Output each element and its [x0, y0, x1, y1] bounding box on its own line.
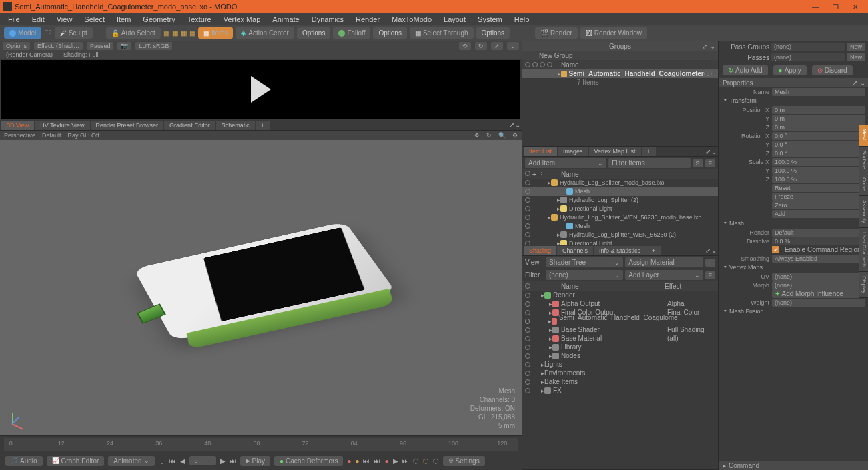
add-tab-icon[interactable]: +	[757, 79, 761, 87]
maximize-button[interactable]: ❐	[825, 0, 845, 13]
falloff-button[interactable]: Falloff	[333, 27, 370, 39]
vtab-user-channels[interactable]: User Channels	[859, 228, 868, 272]
vp-icon[interactable]: ✥	[474, 132, 480, 139]
mode-icon-4[interactable]: ▦	[189, 29, 195, 37]
vtab-display[interactable]: Display	[859, 272, 868, 298]
cmd-arrow[interactable]: ▸	[723, 462, 726, 469]
item-row[interactable]: ▸ Hydraulic_Log_Splitter_modo_base.lxo	[522, 179, 718, 187]
add-button[interactable]: Add	[772, 210, 865, 218]
transform-section[interactable]: Transform	[719, 96, 868, 105]
tab-info---statistics[interactable]: Info & Statistics	[594, 246, 646, 255]
shader-row[interactable]: ▸ Render	[522, 291, 718, 299]
scl-z-field[interactable]: 100.0 %	[772, 175, 865, 183]
close-button[interactable]: ✕	[845, 0, 865, 13]
rec-icon[interactable]: ●	[347, 457, 351, 465]
menu-geometry[interactable]: Geometry	[137, 14, 180, 25]
tc-icon[interactable]: ⏭	[402, 457, 409, 465]
sculpt-button[interactable]: 🖌 Sculpt	[55, 27, 93, 39]
tab-schematic[interactable]: Schematic	[216, 121, 255, 130]
shadertree-dropdown[interactable]: Shader Tree⌄	[546, 257, 623, 267]
passes-dropdown[interactable]: (none)	[771, 53, 845, 61]
items-button[interactable]: ▦ Items	[198, 27, 233, 39]
rp-icon[interactable]: ⤢	[491, 42, 503, 50]
tc-icon[interactable]: ⬡	[433, 457, 439, 465]
shader-row[interactable]: ▸ Base Material(all)	[522, 334, 718, 343]
axis-gizmo[interactable]	[7, 409, 27, 429]
vtab-assembly[interactable]: Assembly	[859, 196, 868, 228]
f-button[interactable]: F	[705, 271, 716, 279]
options-button-3[interactable]: Options	[476, 27, 510, 39]
mode-icon-2[interactable]: ▦	[172, 29, 178, 37]
vp-icon[interactable]: 🔍	[498, 132, 506, 139]
tab-vertex-map-list[interactable]: Vertex Map List	[589, 147, 641, 156]
add-layer-dropdown[interactable]: Add Layer⌄	[625, 270, 703, 280]
freeze-button[interactable]: Freeze	[772, 193, 865, 201]
panel-icon[interactable]: ⤢	[705, 148, 711, 155]
vtab-mesh[interactable]: Mesh	[859, 125, 868, 147]
morph-dropdown[interactable]: (none)	[772, 281, 865, 289]
shader-row[interactable]: ▸ Bake Items	[522, 377, 718, 386]
menu-layout[interactable]: Layout	[438, 14, 471, 25]
render-shading[interactable]: Shading: Full	[60, 51, 102, 59]
menu-vertex-map[interactable]: Vertex Map	[218, 14, 266, 25]
group-item[interactable]: ▸ Semi_Automatic_Handheld_Coagulometer (…	[522, 69, 718, 78]
shader-row[interactable]: ▸ Alpha OutputAlpha	[522, 299, 718, 308]
menu-dynamics[interactable]: Dynamics	[306, 14, 349, 25]
cache-deformers-button[interactable]: ● Cache Deformers	[274, 456, 343, 466]
shader-row[interactable]: ▸ Lights	[522, 360, 718, 369]
mfusion-section[interactable]: Mesh Fusion	[719, 307, 868, 316]
tc-icon[interactable]: ●	[355, 457, 359, 465]
render-camera[interactable]: (Render Camera)	[3, 51, 56, 59]
timeline-ruler[interactable]: 01224364860728496108120	[4, 438, 518, 451]
render-preview[interactable]	[1, 60, 520, 119]
3d-viewport[interactable]: MeshChannels: 0Deformers: ONGL: 215,0885…	[0, 140, 522, 435]
pass-groups-dropdown[interactable]: (none)	[771, 43, 845, 51]
shader-row[interactable]: ▸ Nodes	[522, 351, 718, 360]
tab-icon[interactable]: ⌄	[515, 121, 520, 129]
play-button[interactable]: ▶ Play	[240, 456, 270, 466]
f-button[interactable]: F	[705, 159, 716, 167]
vp-raygl[interactable]: Ray GL: Off	[68, 132, 99, 139]
tc-icon[interactable]: ●	[384, 457, 388, 465]
filter-dropdown[interactable]: (none)⌄	[546, 270, 623, 280]
tab-gradient-editor[interactable]: Gradient Editor	[164, 121, 215, 130]
menu-select[interactable]: Select	[79, 14, 110, 25]
frame-field[interactable]: 0	[189, 456, 216, 465]
menu-texture[interactable]: Texture	[182, 14, 217, 25]
new-group-button[interactable]: New Group	[539, 52, 573, 59]
skip-fwd-icon[interactable]: ⏭	[230, 457, 236, 465]
render-effect[interactable]: Effect: (Shadi…	[34, 42, 83, 50]
filter-items-dropdown[interactable]: Filter Items	[608, 158, 690, 168]
tab-item-list[interactable]: Item List	[524, 147, 557, 156]
rot-x-field[interactable]: 0.0 °	[772, 132, 865, 140]
item-row[interactable]: Mesh	[522, 222, 718, 231]
menu-maxtomodo[interactable]: MaxToModo	[386, 14, 437, 25]
menu-view[interactable]: View	[51, 14, 78, 25]
rp-icon[interactable]: ⟲	[459, 42, 471, 50]
s-button[interactable]: S	[693, 159, 703, 167]
options-button-2[interactable]: Options	[373, 27, 406, 39]
item-row[interactable]: ▸ Directional Light	[522, 239, 718, 245]
tc-icon[interactable]: ⋮	[159, 457, 165, 465]
model-button[interactable]: Model	[4, 27, 41, 39]
panel-icon[interactable]: ⌄	[860, 79, 865, 87]
add-item-dropdown[interactable]: Add Item⌄	[525, 158, 606, 168]
mesh-section[interactable]: Mesh	[719, 219, 868, 228]
vp-perspective[interactable]: Perspective	[4, 132, 35, 139]
render-dropdown[interactable]: Default	[772, 229, 865, 237]
menu-system[interactable]: System	[472, 14, 508, 25]
tab-images[interactable]: Images	[558, 147, 588, 156]
zero-button[interactable]: Zero	[772, 201, 865, 209]
tc-icon[interactable]: ⬡	[413, 457, 419, 465]
dissolve-field[interactable]: 0.0 %	[772, 237, 865, 245]
panel-icon[interactable]: ⌄	[711, 247, 717, 254]
menu-edit[interactable]: Edit	[27, 14, 50, 25]
panel-icon[interactable]: ⤢	[852, 79, 857, 87]
gear-icon[interactable]: ⚙	[512, 132, 518, 139]
item-row[interactable]: Mesh	[522, 187, 718, 196]
f-button[interactable]: F	[705, 259, 716, 267]
tab-uv-texture-view[interactable]: UV Texture View	[35, 121, 89, 130]
step-back-icon[interactable]: ◀	[180, 457, 185, 465]
render-options[interactable]: Options	[3, 42, 30, 50]
menu-help[interactable]: Help	[509, 14, 535, 25]
